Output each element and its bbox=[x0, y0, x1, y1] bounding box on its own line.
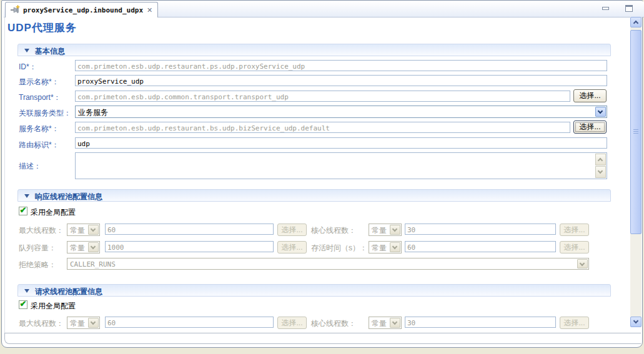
route-id-label: 路由标识*： bbox=[19, 140, 59, 150]
core-threads-field bbox=[405, 224, 556, 235]
combo-arrow-button bbox=[88, 242, 99, 252]
editor-plug-icon bbox=[10, 5, 20, 15]
reject-policy-combo: CALLER_RUNS bbox=[67, 258, 589, 270]
max-threads-select-button: 选择... bbox=[277, 224, 307, 236]
transport-label: Transport*： bbox=[19, 92, 61, 103]
service-type-combo[interactable]: 业务服务 bbox=[75, 106, 607, 118]
check-icon: ✔ bbox=[20, 205, 27, 215]
request-max-threads-mode-value: 常量 bbox=[70, 319, 85, 328]
id-field bbox=[75, 60, 607, 71]
chevron-down-icon bbox=[91, 227, 96, 232]
queue-capacity-mode-value: 常量 bbox=[70, 243, 85, 252]
chevron-down-icon bbox=[598, 109, 603, 114]
maximize-button[interactable] bbox=[625, 5, 633, 12]
service-name-label: 服务名称*： bbox=[19, 124, 59, 134]
service-name-select-button[interactable]: 选择... bbox=[573, 120, 607, 134]
minimize-button[interactable] bbox=[602, 7, 609, 10]
request-max-threads-field bbox=[105, 317, 274, 328]
request-use-global-label: 采用全局配置 bbox=[31, 301, 76, 312]
section-response-pool-title: 响应线程池配置信息 bbox=[35, 192, 102, 202]
response-use-global-label: 采用全局配置 bbox=[31, 207, 76, 218]
bottom-panel bbox=[4, 333, 641, 344]
textarea-scroll-down-button bbox=[595, 166, 606, 178]
request-core-threads-field bbox=[405, 317, 556, 328]
description-label: 描述： bbox=[19, 161, 41, 172]
max-threads-label: 最大线程数： bbox=[19, 225, 64, 236]
queue-capacity-label: 队列容量： bbox=[19, 243, 56, 253]
core-threads-label: 核心线程数： bbox=[311, 225, 356, 236]
combo-arrow-button bbox=[577, 259, 588, 268]
request-core-threads-mode-value: 常量 bbox=[372, 319, 387, 328]
max-threads-field bbox=[105, 224, 274, 235]
request-max-threads-label: 最大线程数： bbox=[19, 318, 64, 329]
service-type-label: 关联服务类型： bbox=[19, 108, 71, 119]
response-use-global-checkbox[interactable]: ✔ bbox=[19, 207, 27, 215]
chevron-down-icon bbox=[392, 227, 397, 232]
check-icon: ✔ bbox=[20, 299, 27, 308]
request-core-threads-mode-combo: 常量 bbox=[369, 317, 402, 329]
textarea-scroll-up-button bbox=[595, 154, 606, 165]
minimize-icon bbox=[602, 7, 609, 10]
transport-select-button[interactable]: 选择... bbox=[573, 89, 607, 102]
combo-arrow-button bbox=[390, 225, 400, 235]
transport-field bbox=[75, 91, 570, 102]
chevron-down-icon bbox=[598, 169, 603, 174]
combo-arrow-button[interactable] bbox=[595, 107, 606, 117]
core-threads-select-button: 选择... bbox=[560, 224, 589, 236]
tab-title: proxyService_udp.inbound_udpx bbox=[23, 6, 143, 14]
section-toggle-icon bbox=[24, 289, 29, 293]
chevron-down-icon bbox=[91, 244, 96, 249]
chevron-down-icon bbox=[633, 318, 638, 323]
keep-alive-label: 存活时间（s）： bbox=[311, 243, 367, 253]
description-textarea[interactable] bbox=[75, 152, 607, 179]
max-threads-mode-combo: 常量 bbox=[67, 224, 100, 236]
chevron-down-icon bbox=[392, 320, 397, 325]
reject-policy-label: 拒绝策略： bbox=[19, 260, 56, 270]
section-toggle-icon bbox=[24, 49, 29, 52]
scrollbar-thumb[interactable] bbox=[630, 30, 642, 234]
combo-arrow-button bbox=[88, 225, 99, 235]
keep-alive-mode-combo: 常量 bbox=[369, 241, 402, 253]
maximize-icon bbox=[625, 5, 633, 12]
scroll-up-button[interactable] bbox=[630, 17, 642, 27]
tab-close-icon[interactable]: ✕ bbox=[146, 6, 153, 14]
chevron-up-icon bbox=[633, 21, 638, 26]
section-basic-title: 基本信息 bbox=[35, 46, 65, 57]
queue-capacity-mode-combo: 常量 bbox=[67, 241, 100, 253]
tab-proxyservice-udp[interactable]: proxyService_udp.inbound_udpx ✕ bbox=[5, 2, 158, 17]
section-request-pool-header[interactable]: 请求线程池配置信息 bbox=[17, 284, 611, 297]
display-name-label: 显示名称*： bbox=[19, 77, 59, 87]
form-left-edge bbox=[4, 17, 5, 333]
request-max-threads-mode-combo: 常量 bbox=[67, 317, 100, 329]
section-request-pool-title: 请求线程池配置信息 bbox=[35, 287, 102, 297]
id-label: ID*： bbox=[19, 62, 37, 72]
chevron-down-icon bbox=[392, 244, 397, 249]
chevron-down-icon bbox=[580, 261, 585, 266]
page-title: UDP代理服务 bbox=[7, 21, 77, 35]
request-use-global-checkbox[interactable]: ✔ bbox=[19, 300, 27, 309]
display-name-field[interactable] bbox=[75, 75, 607, 86]
max-threads-mode-value: 常量 bbox=[70, 226, 85, 235]
chevron-down-icon bbox=[91, 320, 96, 325]
route-id-field[interactable] bbox=[75, 137, 607, 149]
keep-alive-select-button: 选择... bbox=[560, 241, 589, 253]
section-basic-header[interactable]: 基本信息 bbox=[17, 44, 611, 56]
request-core-threads-select-button: 选择... bbox=[560, 317, 589, 329]
request-core-threads-label: 核心线程数： bbox=[311, 318, 356, 329]
core-threads-mode-value: 常量 bbox=[372, 226, 387, 235]
combo-arrow-button bbox=[88, 318, 99, 328]
section-toggle-icon bbox=[24, 194, 29, 198]
chevron-up-icon bbox=[598, 158, 603, 163]
request-max-threads-select-button: 选择... bbox=[277, 317, 307, 329]
queue-capacity-field bbox=[105, 241, 274, 252]
section-response-pool-header[interactable]: 响应线程池配置信息 bbox=[17, 189, 611, 202]
queue-capacity-select-button: 选择... bbox=[277, 241, 307, 253]
keep-alive-mode-value: 常量 bbox=[372, 243, 387, 252]
scroll-down-button[interactable] bbox=[630, 317, 642, 327]
keep-alive-field bbox=[405, 241, 556, 252]
service-name-field bbox=[75, 122, 570, 133]
core-threads-mode-combo: 常量 bbox=[369, 224, 402, 236]
service-type-value: 业务服务 bbox=[78, 108, 108, 117]
combo-arrow-button bbox=[390, 242, 400, 252]
vertical-scrollbar[interactable] bbox=[630, 17, 642, 327]
